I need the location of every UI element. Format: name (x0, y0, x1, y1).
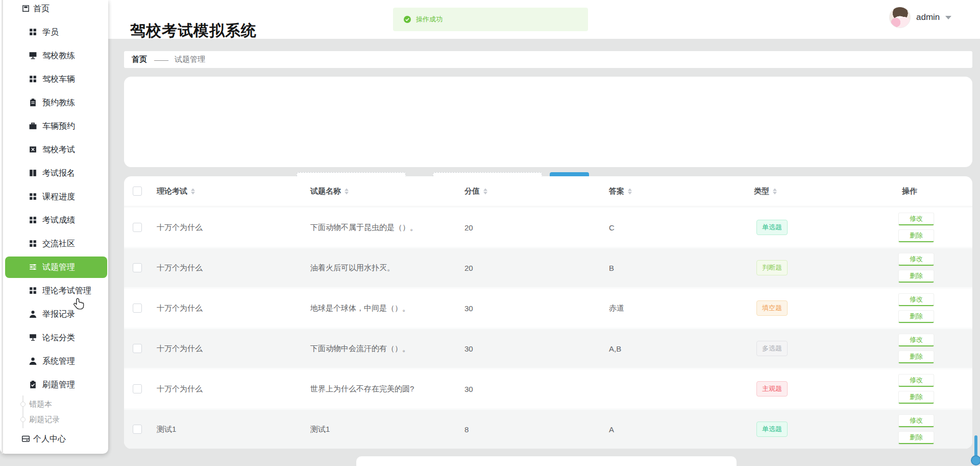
sidebar-item[interactable]: 举报记录 (0, 302, 108, 326)
column-header-label: 答案 (609, 187, 624, 196)
table-body: 十万个为什么 下面动物不属于昆虫的是（）。 20 C 单选题 修改 删除 十万个… (124, 206, 972, 449)
sidebar-item[interactable]: 驾校教练 (0, 44, 108, 67)
row-actions: 修改 删除 (898, 334, 934, 363)
column-header[interactable]: 答案 (609, 187, 632, 196)
column-header[interactable]: 操作 (902, 187, 917, 196)
sidebar-item[interactable]: 错题本 (0, 397, 108, 412)
cell-question: 下面动物中会流汗的有（）。 (310, 344, 410, 354)
sidebar-item-label: 刷题管理 (42, 380, 75, 390)
row-checkbox[interactable] (133, 263, 142, 272)
select-all-checkbox[interactable] (133, 187, 142, 196)
sidebar-item-label: 考试成绩 (42, 215, 75, 226)
sidebar-item[interactable]: 系统管理 (0, 350, 108, 373)
clipboard-icon (29, 98, 38, 107)
table-card: 理论考试 试题名称 分值 答案 类型 操作 十万个为什么 下面动物不属于昆虫的是… (124, 176, 972, 449)
delete-button[interactable]: 删除 (898, 351, 934, 363)
breadcrumb-current: 试题管理 (175, 55, 205, 64)
cell-score: 8 (464, 425, 469, 434)
row-checkbox[interactable] (133, 384, 142, 393)
grid-icon (29, 75, 38, 84)
user-menu[interactable]: admin (889, 7, 951, 28)
sidebar-item-label: 刷题记录 (29, 415, 60, 425)
edit-button[interactable]: 修改 (898, 374, 934, 387)
sliders-icon (29, 263, 38, 272)
sort-icon[interactable] (191, 188, 195, 194)
sidebar-item[interactable]: 试题管理 (5, 257, 107, 278)
cell-exam: 十万个为什么 (157, 384, 203, 394)
sidebar-item[interactable]: 车辆预约 (0, 114, 108, 138)
sidebar-item[interactable]: 课程进度 (0, 185, 108, 208)
sidebar-menu: 首页 学员 驾校教练 驾校车辆 预约教练 车辆预约 驾校考试 考试报名 课程进度… (0, 0, 108, 451)
chevron-down-icon (945, 16, 951, 19)
row-checkbox[interactable] (133, 344, 142, 353)
sort-icon[interactable] (773, 188, 777, 194)
sidebar-item-label: 理论考试管理 (42, 286, 91, 296)
row-checkbox[interactable] (133, 425, 142, 434)
edit-button[interactable]: 修改 (898, 213, 934, 225)
column-header[interactable]: 类型 (754, 187, 777, 196)
delete-button[interactable]: 删除 (898, 431, 934, 444)
sidebar-item[interactable]: 理论考试管理 (0, 279, 108, 302)
sidebar-item[interactable]: 首页 (0, 0, 108, 20)
grid-icon (29, 239, 38, 248)
sidebar-item[interactable]: 交流社区 (0, 232, 108, 255)
row-checkbox[interactable] (133, 304, 142, 313)
sidebar-item-label: 错题本 (29, 400, 52, 409)
cell-question: 油着火后可以用水扑灭。 (310, 263, 395, 273)
sidebar-item[interactable]: 论坛分类 (0, 326, 108, 350)
sort-icon[interactable] (628, 188, 632, 194)
table-header-row: 理论考试 试题名称 分值 答案 类型 操作 (124, 176, 972, 206)
sidebar-item[interactable]: 学员 (0, 20, 108, 44)
app-root: 首页 学员 驾校教练 驾校车辆 预约教练 车辆预约 驾校考试 考试报名 课程进度… (0, 0, 980, 466)
sort-icon[interactable] (483, 188, 487, 194)
sidebar-item[interactable]: 考试成绩 (0, 208, 108, 232)
sidebar-item-label: 系统管理 (42, 356, 75, 367)
cell-score: 20 (464, 264, 473, 272)
row-checkbox[interactable] (133, 223, 142, 232)
sidebar-item[interactable]: 个人中心 (0, 427, 108, 451)
table-row: 测试1 测试1 8 A 单选题 修改 删除 (124, 408, 972, 449)
sidebar-item[interactable]: 驾校考试 (0, 138, 108, 161)
delete-button[interactable]: 删除 (898, 310, 934, 323)
column-header[interactable]: 试题名称 (310, 187, 349, 196)
sidebar-item[interactable]: 驾校车辆 (0, 67, 108, 91)
sidebar-item-label: 驾校车辆 (42, 74, 75, 85)
breadcrumb: 首页 —— 试题管理 (124, 51, 972, 68)
cell-question: 测试1 (310, 425, 330, 434)
cell-answer: A (609, 425, 614, 434)
sidebar-item[interactable]: 考试报名 (0, 161, 108, 185)
sort-icon[interactable] (345, 188, 349, 194)
delete-button[interactable]: 删除 (898, 391, 934, 404)
column-header[interactable]: 理论考试 (157, 187, 195, 196)
row-actions: 修改 删除 (898, 253, 934, 283)
sidebar-item[interactable]: 刷题管理 (0, 373, 108, 397)
forum-icon (29, 333, 38, 342)
cell-answer: B (609, 264, 614, 272)
grid-icon (29, 28, 38, 37)
edit-button[interactable]: 修改 (898, 253, 934, 266)
breadcrumb-home[interactable]: 首页 (132, 55, 147, 64)
column-header-label: 操作 (902, 187, 917, 196)
pagination-bar (356, 456, 737, 466)
page-scrollbar-handle[interactable] (971, 455, 980, 465)
row-actions: 修改 删除 (898, 414, 934, 444)
column-header-label: 分值 (464, 187, 480, 196)
sidebar-item-label: 学员 (42, 27, 59, 38)
row-actions: 修改 删除 (898, 213, 934, 242)
sidebar-item[interactable]: 预约教练 (0, 91, 108, 114)
page-title: 驾校考试模拟系统 (130, 20, 257, 41)
sidebar-item-label: 驾校教练 (42, 51, 75, 61)
edit-button[interactable]: 修改 (898, 293, 934, 306)
table-row: 十万个为什么 世界上为什么不存在完美的圆? 30 主观题 修改 删除 (124, 368, 972, 408)
briefcase-icon (29, 122, 38, 131)
delete-button[interactable]: 删除 (898, 270, 934, 283)
edit-button[interactable]: 修改 (898, 334, 934, 346)
delete-button[interactable]: 删除 (898, 229, 934, 242)
sidebar-item-label: 试题管理 (42, 262, 75, 273)
edit-button[interactable]: 修改 (898, 414, 934, 427)
column-header[interactable]: 分值 (464, 187, 487, 196)
sidebar-item[interactable]: 刷题记录 (0, 412, 108, 427)
toast-message: 操作成功 (416, 15, 443, 24)
table-row: 十万个为什么 油着火后可以用水扑灭。 20 B 判断题 修改 删除 (124, 247, 972, 287)
sidebar-item-label: 个人中心 (33, 434, 66, 445)
